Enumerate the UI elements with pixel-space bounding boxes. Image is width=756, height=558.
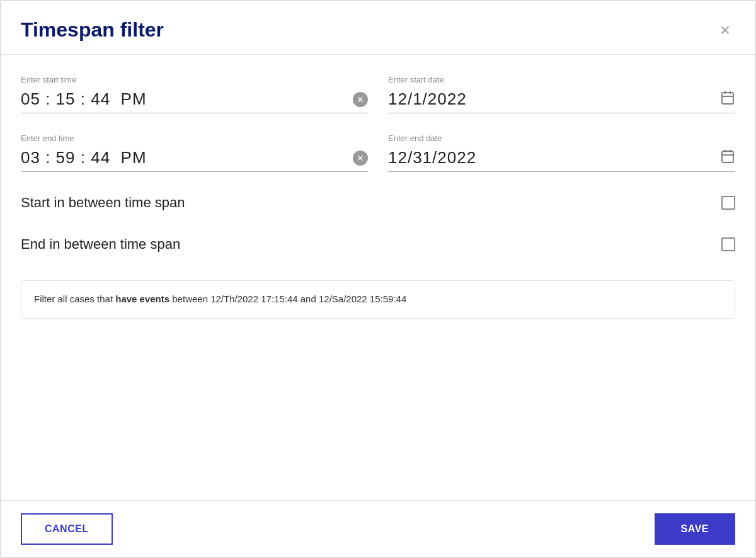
info-suffix: between 12/Th/2022 17:15:44 and 12/Sa/20… — [169, 293, 406, 304]
dialog-body: Enter start time ✕ Enter start date — [1, 55, 755, 500]
end-between-checkbox[interactable] — [721, 237, 735, 251]
svg-rect-4 — [722, 151, 733, 162]
dialog-footer: CANCEL SAVE — [1, 500, 755, 557]
start-time-clear-icon[interactable]: ✕ — [353, 92, 368, 107]
end-date-group: Enter end date — [388, 134, 735, 172]
end-date-input-wrapper — [388, 148, 735, 172]
close-button[interactable]: × — [715, 19, 735, 42]
end-time-input[interactable] — [21, 148, 353, 168]
start-time-input-wrapper: ✕ — [21, 89, 368, 113]
end-date-calendar-icon[interactable] — [720, 149, 735, 168]
cancel-button[interactable]: CANCEL — [21, 513, 113, 545]
checkboxes-section: Start in between time span End in betwee… — [21, 182, 735, 265]
info-prefix: Filter all cases that — [34, 293, 115, 304]
fields-row-2: Enter end time ✕ Enter end date — [21, 134, 735, 172]
dialog-header: Timespan filter × — [1, 1, 755, 55]
end-time-group: Enter end time ✕ — [21, 134, 368, 172]
save-button[interactable]: SAVE — [655, 513, 735, 545]
fields-row-1: Enter start time ✕ Enter start date — [21, 75, 735, 113]
start-date-calendar-icon[interactable] — [720, 90, 735, 109]
end-between-label: End in between time span — [21, 236, 180, 253]
start-between-row: Start in between time span — [21, 182, 735, 224]
start-date-label: Enter start date — [388, 75, 735, 84]
start-time-label: Enter start time — [21, 75, 368, 84]
dialog-title: Timespan filter — [21, 18, 164, 42]
end-time-input-wrapper: ✕ — [21, 148, 368, 172]
svg-rect-0 — [722, 93, 733, 104]
end-time-label: Enter end time — [21, 134, 368, 143]
end-between-row: End in between time span — [21, 224, 735, 265]
end-time-clear-icon[interactable]: ✕ — [353, 151, 368, 166]
info-bold: have events — [115, 293, 169, 304]
start-between-label: Start in between time span — [21, 195, 185, 211]
end-date-input[interactable] — [388, 148, 720, 168]
start-time-input[interactable] — [21, 89, 353, 109]
end-date-label: Enter end date — [388, 134, 735, 143]
timespan-filter-dialog: Timespan filter × Enter start time ✕ Ent… — [0, 0, 756, 558]
start-between-checkbox[interactable] — [721, 196, 735, 210]
start-date-input-wrapper — [388, 89, 735, 113]
info-box: Filter all cases that have events betwee… — [21, 280, 735, 319]
start-time-group: Enter start time ✕ — [21, 75, 368, 113]
start-date-group: Enter start date — [388, 75, 735, 113]
start-date-input[interactable] — [388, 89, 720, 109]
